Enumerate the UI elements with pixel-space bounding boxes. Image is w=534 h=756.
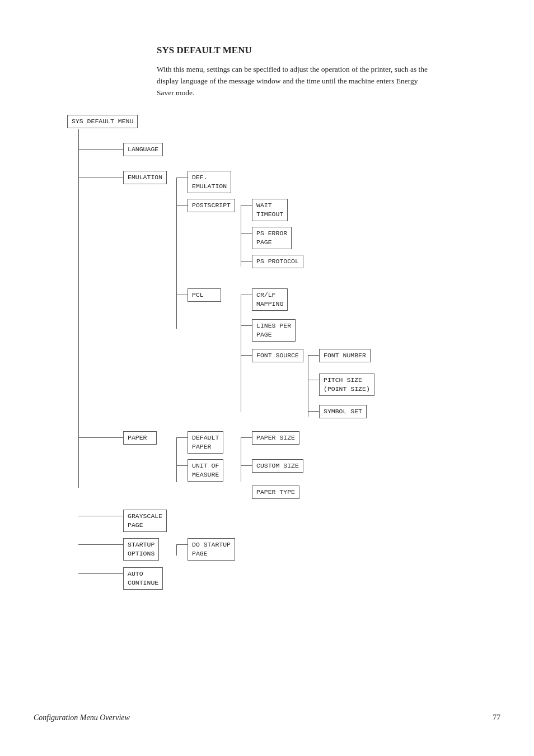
hline-paper <box>78 437 123 438</box>
node-ps-protocol: PS PROTOCOL <box>252 255 303 268</box>
node-pcl: PCL <box>188 288 221 302</box>
box-ps-error-page: PS ERROR PAGE <box>252 227 292 249</box>
hline-ps-protocol <box>241 261 252 262</box>
vline-font-source <box>308 355 308 417</box>
hline-unit-of-measure <box>176 465 188 466</box>
box-def-emulation: DEF. EMULATION <box>188 171 231 193</box>
node-default-paper: DEFAULT PAPER <box>188 431 223 454</box>
node-paper: PAPER <box>123 431 157 445</box>
box-pcl: PCL <box>188 288 221 302</box>
node-lines-per-page: LINES PER PAGE <box>252 319 296 342</box>
box-custom-size: CUSTOM SIZE <box>252 459 303 473</box>
hline-default-paper <box>176 437 188 438</box>
footer: Configuration Menu Overview 77 <box>34 713 500 722</box>
node-ps-error-page: PS ERROR PAGE <box>252 227 292 249</box>
hline-font-source <box>241 355 252 356</box>
hline-paper-size <box>241 437 252 438</box>
vline-postscript <box>241 205 241 267</box>
box-paper-type: PAPER TYPE <box>252 486 299 499</box>
hline-pcl <box>176 295 188 295</box>
footer-left-text: Configuration Menu Overview <box>34 713 130 722</box>
box-lines-per-page: LINES PER PAGE <box>252 319 296 342</box>
vline-pcl <box>241 295 241 412</box>
box-font-number: FONT NUMBER <box>319 349 371 362</box>
node-emulation: EMULATION <box>123 171 167 184</box>
hline-pitch-size <box>308 380 319 380</box>
hline-cr-lf <box>241 295 252 295</box>
hline-emulation <box>78 178 123 178</box>
hline-def-emulation <box>176 178 188 178</box>
hline-startup-options <box>78 544 123 545</box>
box-symbol-set: SYMBOL SET <box>319 405 367 418</box>
node-symbol-set: SYMBOL SET <box>319 405 367 418</box>
vline-emulation <box>176 178 177 329</box>
tree-container: SYS DEFAULT MENU LANGUAGE EMULATION DEF.… <box>67 115 487 552</box>
vline-root <box>78 129 79 488</box>
hline-postscript <box>176 205 188 206</box>
node-do-startup-page: DO STARTUP PAGE <box>188 538 235 561</box>
box-startup-options: STARTUP OPTIONS <box>123 538 159 561</box>
vline-unit-of-measure-r <box>241 437 241 482</box>
tree-diagram: SYS DEFAULT MENU LANGUAGE EMULATION DEF.… <box>67 115 500 552</box>
section-title: SYS DEFAULT MENU <box>157 45 500 56</box>
page: SYS DEFAULT MENU With this menu, setting… <box>0 0 534 756</box>
box-paper: PAPER <box>123 431 157 445</box>
node-custom-size: CUSTOM SIZE <box>252 459 303 473</box>
hline-auto-continue <box>78 573 123 574</box>
node-font-number: FONT NUMBER <box>319 349 371 362</box>
hline-language <box>78 149 123 150</box>
box-emulation: EMULATION <box>123 171 167 184</box>
hline-grayscale-page <box>78 516 123 516</box>
box-grayscale-page: GRAYSCALE PAGE <box>123 510 167 532</box>
node-startup-options: STARTUP OPTIONS <box>123 538 159 561</box>
hline-ps-error-page <box>241 233 252 234</box>
box-ps-protocol: PS PROTOCOL <box>252 255 303 268</box>
node-cr-lf: CR/LF MAPPING <box>252 288 288 311</box>
hline-custom-size <box>241 465 252 466</box>
vline-startup-options <box>176 544 177 556</box>
box-auto-continue: AUTO CONTINUE <box>123 567 163 590</box>
box-font-source: FONT SOURCE <box>252 349 303 362</box>
box-language: LANGUAGE <box>123 143 163 156</box>
footer-page-number: 77 <box>493 713 500 722</box>
node-font-source: FONT SOURCE <box>252 349 303 362</box>
vline-paper <box>176 437 177 482</box>
box-do-startup-page: DO STARTUP PAGE <box>188 538 235 561</box>
box-paper-size: PAPER SIZE <box>252 431 299 445</box>
hline-wait-timeout <box>241 205 252 206</box>
hline-lines-per-page <box>241 325 252 326</box>
box-root: SYS DEFAULT MENU <box>67 115 138 128</box>
node-language: LANGUAGE <box>123 143 163 156</box>
section-description: With this menu, settings can be specifie… <box>157 64 437 99</box>
node-paper-size: PAPER SIZE <box>252 431 299 445</box>
node-unit-of-measure: UNIT OF MEASURE <box>188 459 223 482</box>
node-pitch-size: PITCH SIZE (POINT SIZE) <box>319 374 374 396</box>
hline-symbol-set <box>308 411 319 412</box>
node-paper-type: PAPER TYPE <box>252 486 299 499</box>
node-auto-continue: AUTO CONTINUE <box>123 567 163 590</box>
box-unit-of-measure: UNIT OF MEASURE <box>188 459 223 482</box>
node-root: SYS DEFAULT MENU <box>67 115 138 128</box>
node-wait-timeout: WAIT TIMEOUT <box>252 199 288 221</box>
node-postscript: POSTSCRIPT <box>188 199 235 212</box>
node-grayscale-page: GRAYSCALE PAGE <box>123 510 167 532</box>
box-wait-timeout: WAIT TIMEOUT <box>252 199 288 221</box>
box-cr-lf: CR/LF MAPPING <box>252 288 288 311</box>
box-default-paper: DEFAULT PAPER <box>188 431 223 454</box>
hline-font-number <box>308 355 319 356</box>
box-pitch-size: PITCH SIZE (POINT SIZE) <box>319 374 374 396</box>
hline-do-startup-page <box>176 544 188 545</box>
node-def-emulation: DEF. EMULATION <box>188 171 231 193</box>
box-postscript: POSTSCRIPT <box>188 199 235 212</box>
